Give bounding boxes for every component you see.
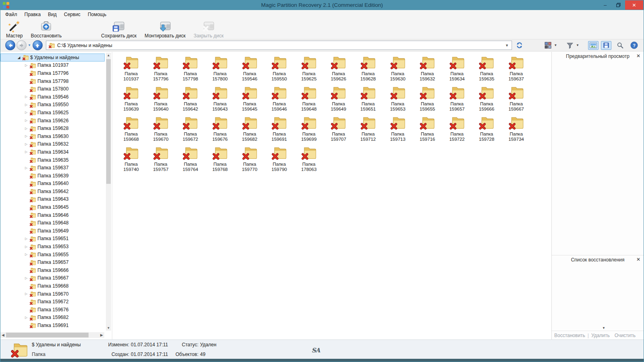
folder-tile[interactable]: Папка 159651: [353, 84, 383, 114]
folder-tile[interactable]: Папка 159672: [175, 114, 205, 144]
folder-tile[interactable]: Папка 159699: [294, 114, 324, 144]
tree-item-folder[interactable]: ▷ Папка 159637: [0, 164, 105, 172]
folder-tile[interactable]: Папка 159643: [205, 84, 235, 114]
folder-tile[interactable]: Папка 159628: [353, 54, 383, 84]
address-input[interactable]: C:\$ Удалены и найдены ▼: [46, 41, 512, 50]
tree-item-folder[interactable]: ▷ Папка 159625: [0, 109, 105, 117]
tree-item-folder[interactable]: ▷ Папка 159666: [0, 266, 105, 274]
folder-tile[interactable]: Папка 159722: [442, 114, 472, 144]
folder-tile[interactable]: Папка 159728: [472, 114, 502, 144]
expand-arrow-icon[interactable]: ▷: [23, 276, 29, 280]
folder-tile[interactable]: Папка 159550: [264, 54, 294, 84]
tree-item-folder[interactable]: ▷ Папка 159635: [0, 156, 105, 164]
folder-tile[interactable]: Папка 159707: [324, 114, 353, 144]
expand-arrow-icon[interactable]: ▷: [23, 134, 29, 138]
folder-tile[interactable]: Папка 159676: [205, 114, 235, 144]
tree-item-folder[interactable]: ▷ Папка 159626: [0, 117, 105, 125]
tree-item-folder[interactable]: ▷ Папка 159672: [0, 298, 105, 306]
folder-tile[interactable]: Папка 159770: [235, 144, 264, 175]
recovery-close-icon[interactable]: ✕: [636, 257, 640, 262]
folder-tile[interactable]: Папка 157798: [175, 54, 205, 84]
tree-root-item[interactable]: ◢ $ Удалены и найдены: [0, 53, 105, 62]
tree-vertical-scrollbar[interactable]: ▲ ▼: [106, 53, 111, 331]
back-button[interactable]: [5, 40, 15, 50]
tree-item-folder[interactable]: ▷ Папка 159668: [0, 282, 105, 290]
search-button[interactable]: [615, 41, 625, 50]
recovery-list-toggle[interactable]: [601, 41, 611, 50]
tree-item-folder[interactable]: ▷ Папка 159630: [0, 132, 105, 140]
tree-item-folder[interactable]: ▷ Папка 159676: [0, 306, 105, 314]
folder-tile[interactable]: Папка 159645: [235, 84, 264, 114]
menu-item[interactable]: Вид: [44, 10, 60, 19]
recovery-clear-button[interactable]: Очистить: [612, 333, 638, 338]
folder-tile[interactable]: Папка 159626: [324, 54, 353, 84]
folder-tile[interactable]: Папка 159734: [502, 114, 531, 144]
menu-item[interactable]: Правка: [21, 10, 45, 19]
tree-item-folder[interactable]: ▷ Папка 159546: [0, 93, 105, 101]
folder-tile[interactable]: Папка 159691: [264, 114, 294, 144]
tree-item-folder[interactable]: ▷ Папка 159645: [0, 203, 105, 211]
close-button[interactable]: ✕: [625, 0, 643, 10]
expand-arrow-icon[interactable]: ▷: [23, 95, 29, 99]
folder-tile[interactable]: Папка 159653: [383, 84, 413, 114]
expand-arrow-icon[interactable]: ▷: [23, 316, 29, 319]
wizard-button[interactable]: ★ ★ ★ Мастер: [2, 19, 27, 39]
tree-item-folder[interactable]: ▷ Папка 159651: [0, 235, 105, 243]
folder-tile[interactable]: Папка 159713: [383, 114, 413, 144]
tree-item-folder[interactable]: ▷ Папка 159648: [0, 219, 105, 227]
folder-tile[interactable]: Папка 101937: [116, 54, 146, 84]
folder-tile[interactable]: Папка 159635: [472, 54, 502, 84]
folder-tile[interactable]: Папка 159642: [175, 84, 205, 114]
preview-panel-toggle[interactable]: [588, 41, 599, 50]
folder-tile[interactable]: Папка 159634: [442, 54, 472, 84]
history-dropdown-icon[interactable]: ▼: [28, 43, 31, 47]
tree-item-folder[interactable]: ▷ Папка 159646: [0, 211, 105, 219]
folder-tile[interactable]: Папка 159757: [146, 144, 176, 175]
expand-arrow-icon[interactable]: ▷: [23, 150, 29, 154]
expand-arrow-icon[interactable]: ▷: [23, 119, 29, 122]
expand-arrow-icon[interactable]: ▷: [23, 292, 29, 296]
panel-collapse-icon[interactable]: ▼: [602, 326, 605, 330]
menu-item[interactable]: Файл: [2, 10, 21, 19]
folder-tile[interactable]: Папка 159666: [472, 84, 502, 114]
folder-tile[interactable]: Папка 159670: [146, 114, 176, 144]
view-mode-button[interactable]: [543, 41, 553, 50]
folder-tile[interactable]: Папка 157796: [146, 54, 176, 84]
tree-item-folder[interactable]: ▷ Папка 159670: [0, 290, 105, 298]
tree-item-folder[interactable]: ▷ Папка 159643: [0, 195, 105, 204]
view-mode-dropdown-icon[interactable]: ▼: [554, 43, 557, 47]
folder-tile[interactable]: Папка 159625: [294, 54, 324, 84]
restore-button[interactable]: [612, 0, 625, 10]
expand-arrow-icon[interactable]: ▷: [23, 245, 29, 249]
folder-tile[interactable]: Папка 159632: [413, 54, 442, 84]
recovery-delete-button[interactable]: Удалить: [589, 333, 612, 338]
tree-item-folder[interactable]: ▷ Папка 159632: [0, 140, 105, 148]
tree-item-folder[interactable]: ▷ Папка 159649: [0, 227, 105, 235]
refresh-button[interactable]: [515, 41, 524, 50]
expand-arrow-icon[interactable]: ▷: [23, 103, 29, 107]
tree-item-folder[interactable]: ▷ Папка 159691: [0, 321, 105, 329]
folder-tile[interactable]: Папка 159740: [116, 144, 146, 175]
scroll-right-icon[interactable]: ▶: [99, 332, 104, 338]
expand-arrow-icon[interactable]: ▷: [23, 111, 29, 114]
address-dropdown-icon[interactable]: ▼: [504, 43, 510, 47]
scroll-up-icon[interactable]: ▲: [106, 53, 111, 58]
expand-arrow-icon[interactable]: ▷: [23, 142, 29, 146]
folder-tile[interactable]: Папка 159790: [264, 144, 294, 175]
folder-tile[interactable]: Папка 159667: [502, 84, 531, 114]
tree-item-folder[interactable]: ▷ Папка 159667: [0, 274, 105, 282]
folder-tile[interactable]: Папка 159639: [116, 84, 146, 114]
tree-item-folder[interactable]: ▷ Папка 157800: [0, 85, 105, 93]
save-disk-button[interactable]: Сохранить диск: [97, 19, 140, 39]
tree-item-folder[interactable]: ▷ Папка 159628: [0, 124, 105, 132]
folder-tile[interactable]: Папка 159716: [413, 114, 442, 144]
tree-item-folder[interactable]: ▷ Папка 159653: [0, 243, 105, 251]
tree-item-folder[interactable]: ▷ Папка 159634: [0, 148, 105, 156]
tree-item-folder[interactable]: ▷ Папка 159657: [0, 258, 105, 266]
expand-arrow-icon[interactable]: ▷: [23, 166, 29, 170]
minimize-button[interactable]: –: [599, 0, 612, 10]
expand-arrow-icon[interactable]: ▷: [23, 253, 29, 256]
scroll-down-icon[interactable]: ▼: [106, 325, 111, 331]
expand-arrow-icon[interactable]: ▷: [23, 127, 29, 130]
filter-button[interactable]: [565, 41, 575, 50]
